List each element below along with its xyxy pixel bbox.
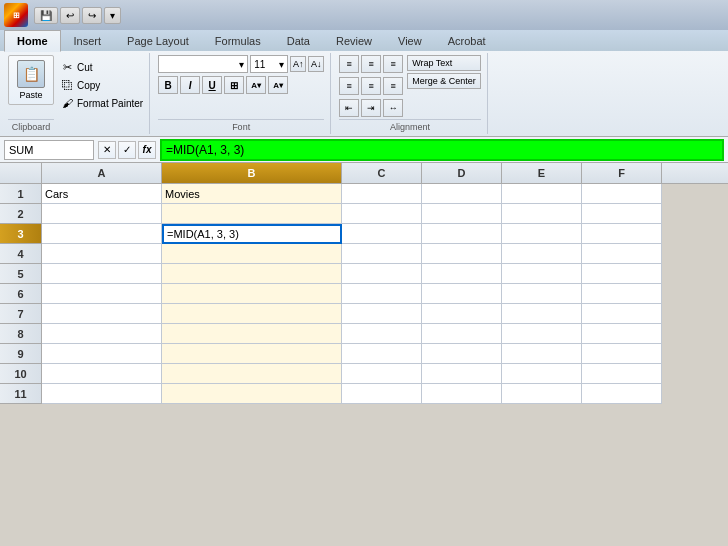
col-header-b[interactable]: B [162, 163, 342, 183]
text-direction-button[interactable]: ↔ [383, 99, 403, 117]
cell-c5[interactable] [342, 264, 422, 284]
cell-c6[interactable] [342, 284, 422, 304]
cell-a2[interactable] [42, 204, 162, 224]
align-middle-right-button[interactable]: ≡ [383, 77, 403, 95]
cut-tool[interactable]: ✂ Cut [58, 59, 145, 75]
italic-button[interactable]: I [180, 76, 200, 94]
col-header-e[interactable]: E [502, 163, 582, 183]
row-header-7[interactable]: 7 [0, 304, 41, 324]
cell-e4[interactable] [502, 244, 582, 264]
row-header-4[interactable]: 4 [0, 244, 41, 264]
cell-f1[interactable] [582, 184, 662, 204]
tab-insert[interactable]: Insert [61, 30, 115, 51]
cell-a4[interactable] [42, 244, 162, 264]
col-header-f[interactable]: F [582, 163, 662, 183]
cell-d8[interactable] [422, 324, 502, 344]
tab-page-layout[interactable]: Page Layout [114, 30, 202, 51]
cell-a7[interactable] [42, 304, 162, 324]
cell-f9[interactable] [582, 344, 662, 364]
bold-button[interactable]: B [158, 76, 178, 94]
cell-e7[interactable] [502, 304, 582, 324]
cell-f8[interactable] [582, 324, 662, 344]
copy-tool[interactable]: ⿻ Copy [58, 77, 145, 93]
col-header-a[interactable]: A [42, 163, 162, 183]
paste-button[interactable]: 📋 Paste [8, 55, 54, 105]
row-header-9[interactable]: 9 [0, 344, 41, 364]
format-painter-tool[interactable]: 🖌 Format Painter [58, 95, 145, 111]
merge-center-button[interactable]: Merge & Center [407, 73, 481, 89]
cell-b2[interactable] [162, 204, 342, 224]
font-name-dropdown[interactable]: ▾ [158, 55, 248, 73]
cancel-formula-button[interactable]: ✕ [98, 141, 116, 159]
cell-c9[interactable] [342, 344, 422, 364]
cell-a10[interactable] [42, 364, 162, 384]
cell-b11[interactable] [162, 384, 342, 404]
cell-f2[interactable] [582, 204, 662, 224]
formula-input[interactable] [160, 139, 724, 161]
font-color-button[interactable]: A▾ [268, 76, 288, 94]
cell-e5[interactable] [502, 264, 582, 284]
indent-decrease-button[interactable]: ⇤ [339, 99, 359, 117]
cell-f6[interactable] [582, 284, 662, 304]
cell-a5[interactable] [42, 264, 162, 284]
cell-d11[interactable] [422, 384, 502, 404]
cell-c7[interactable] [342, 304, 422, 324]
cell-c3[interactable] [342, 224, 422, 244]
row-header-1[interactable]: 1 [0, 184, 41, 204]
cell-f4[interactable] [582, 244, 662, 264]
cell-d7[interactable] [422, 304, 502, 324]
increase-font-button[interactable]: A↑ [290, 56, 306, 72]
cell-c8[interactable] [342, 324, 422, 344]
tab-formulas[interactable]: Formulas [202, 30, 274, 51]
cell-f3[interactable] [582, 224, 662, 244]
wrap-text-button[interactable]: Wrap Text [407, 55, 481, 71]
tab-data[interactable]: Data [274, 30, 323, 51]
cell-c1[interactable] [342, 184, 422, 204]
col-header-d[interactable]: D [422, 163, 502, 183]
cell-e10[interactable] [502, 364, 582, 384]
cell-d3[interactable] [422, 224, 502, 244]
redo-button[interactable]: ↪ [82, 7, 102, 24]
cell-a9[interactable] [42, 344, 162, 364]
save-button[interactable]: 💾 [34, 7, 58, 24]
align-top-center-button[interactable]: ≡ [361, 55, 381, 73]
undo-button[interactable]: ↩ [60, 7, 80, 24]
cell-d1[interactable] [422, 184, 502, 204]
customize-button[interactable]: ▾ [104, 7, 121, 24]
row-header-2[interactable]: 2 [0, 204, 41, 224]
cell-b6[interactable] [162, 284, 342, 304]
cell-e3[interactable] [502, 224, 582, 244]
cell-b3[interactable]: =MID(A1, 3, 3) [162, 224, 342, 244]
cell-b7[interactable] [162, 304, 342, 324]
cell-a6[interactable] [42, 284, 162, 304]
cell-b4[interactable] [162, 244, 342, 264]
cell-b8[interactable] [162, 324, 342, 344]
tab-review[interactable]: Review [323, 30, 385, 51]
cell-c2[interactable] [342, 204, 422, 224]
cell-f5[interactable] [582, 264, 662, 284]
font-size-dropdown[interactable]: 11 ▾ [250, 55, 288, 73]
cell-a1[interactable]: Cars [42, 184, 162, 204]
cell-d10[interactable] [422, 364, 502, 384]
cell-d2[interactable] [422, 204, 502, 224]
cell-b10[interactable] [162, 364, 342, 384]
cell-e6[interactable] [502, 284, 582, 304]
cell-c4[interactable] [342, 244, 422, 264]
indent-increase-button[interactable]: ⇥ [361, 99, 381, 117]
cell-a3[interactable] [42, 224, 162, 244]
cell-d9[interactable] [422, 344, 502, 364]
decrease-font-button[interactable]: A↓ [308, 56, 324, 72]
enter-formula-button[interactable]: ✓ [118, 141, 136, 159]
cell-b5[interactable] [162, 264, 342, 284]
cell-f11[interactable] [582, 384, 662, 404]
name-box[interactable] [4, 140, 94, 160]
align-top-right-button[interactable]: ≡ [383, 55, 403, 73]
cell-d5[interactable] [422, 264, 502, 284]
cell-e1[interactable] [502, 184, 582, 204]
fill-color-button[interactable]: A▾ [246, 76, 266, 94]
tab-acrobat[interactable]: Acrobat [435, 30, 499, 51]
function-wizard-button[interactable]: fx [138, 141, 156, 159]
cell-d4[interactable] [422, 244, 502, 264]
align-middle-center-button[interactable]: ≡ [361, 77, 381, 95]
align-top-left-button[interactable]: ≡ [339, 55, 359, 73]
